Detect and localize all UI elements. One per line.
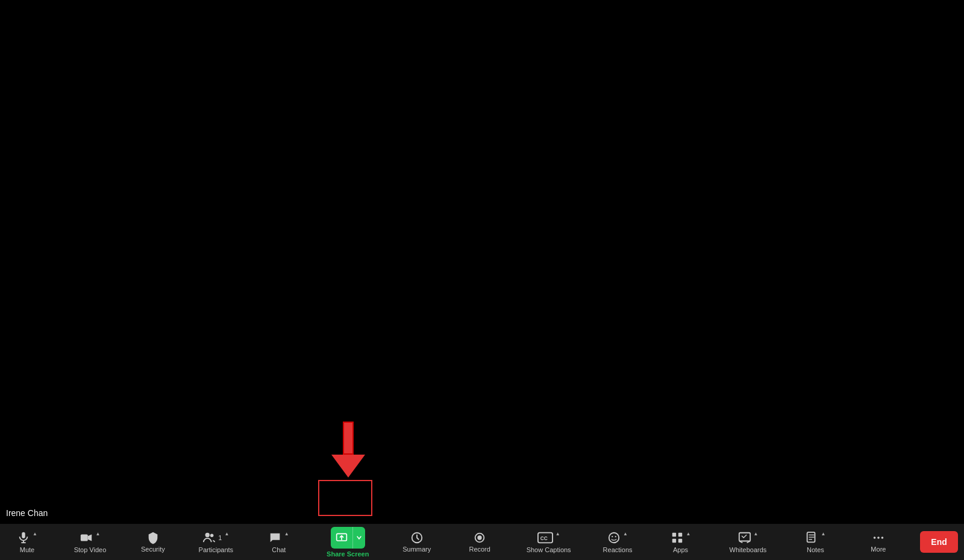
svg-rect-15 <box>672 533 675 537</box>
svg-point-9 <box>478 535 482 540</box>
meeting-main-area: Irene Chan <box>0 0 964 524</box>
share-screen-main[interactable] <box>331 527 352 549</box>
record-icon <box>473 531 486 544</box>
share-screen-icon <box>336 532 348 544</box>
summary-button[interactable]: Summary <box>396 524 438 560</box>
mute-button[interactable]: ▲ Mute <box>6 524 48 560</box>
security-button[interactable]: Security <box>132 524 174 560</box>
record-button[interactable]: Record <box>459 524 501 560</box>
summary-icon <box>410 531 424 544</box>
svg-point-27 <box>877 537 880 539</box>
svg-rect-0 <box>22 532 25 538</box>
meeting-toolbar: ▲ Mute ▲ Stop Video Security <box>0 524 964 560</box>
reactions-button[interactable]: ▲ Reactions <box>596 524 639 560</box>
summary-label: Summary <box>398 546 436 553</box>
svg-point-28 <box>881 537 883 539</box>
participants-caret[interactable]: ▲ <box>224 531 229 537</box>
svg-point-5 <box>210 534 214 538</box>
whiteboards-icon <box>738 531 751 544</box>
annotation-arrow <box>331 422 365 478</box>
reactions-label: Reactions <box>599 546 636 553</box>
svg-rect-3 <box>81 535 88 541</box>
chat-icon <box>269 531 282 544</box>
chat-caret[interactable]: ▲ <box>284 531 289 537</box>
security-icon <box>146 531 160 544</box>
share-screen-button[interactable]: Share Screen <box>321 524 375 560</box>
svg-point-14 <box>615 536 616 537</box>
stop-video-button[interactable]: ▲ Stop Video <box>69 524 111 560</box>
more-icon <box>872 531 885 544</box>
apps-caret[interactable]: ▲ <box>686 531 691 537</box>
share-caret-icon <box>356 535 362 541</box>
participants-icon <box>202 531 216 544</box>
svg-point-26 <box>874 537 876 539</box>
annotation-highlight-box <box>318 480 372 516</box>
captions-icon: CC <box>537 531 553 544</box>
whiteboards-label: Whiteboards <box>725 546 771 553</box>
svg-point-4 <box>205 533 210 537</box>
svg-point-13 <box>612 536 613 537</box>
participants-label: Participants <box>197 546 234 553</box>
chat-button[interactable]: ▲ Chat <box>258 524 300 560</box>
chat-label: Chat <box>260 546 298 553</box>
reactions-icon <box>607 531 621 544</box>
captions-caret[interactable]: ▲ <box>556 531 560 537</box>
notes-label: Notes <box>797 546 834 553</box>
more-button[interactable]: More <box>857 524 900 560</box>
share-screen-label: Share Screen <box>327 550 369 558</box>
stop-video-caret[interactable]: ▲ <box>95 531 100 537</box>
svg-point-12 <box>609 533 619 543</box>
reactions-caret[interactable]: ▲ <box>623 531 628 537</box>
security-label: Security <box>134 546 172 553</box>
show-captions-button[interactable]: CC ▲ Show Captions <box>522 524 576 560</box>
apps-button[interactable]: ▲ Apps <box>660 524 702 560</box>
video-icon <box>80 531 93 544</box>
notes-caret[interactable]: ▲ <box>821 531 825 537</box>
captions-label: Show Captions <box>524 546 574 553</box>
svg-rect-17 <box>672 539 675 543</box>
apps-label: Apps <box>662 546 700 553</box>
svg-text:CC: CC <box>540 535 547 541</box>
participants-badge: 1 <box>218 534 222 541</box>
svg-rect-18 <box>678 539 681 543</box>
record-label: Record <box>461 546 498 553</box>
user-name-label: Irene Chan <box>6 508 48 518</box>
svg-rect-16 <box>678 533 681 537</box>
apps-icon <box>671 531 684 544</box>
mute-caret[interactable]: ▲ <box>33 531 37 537</box>
notes-button[interactable]: ▲ Notes <box>794 524 836 560</box>
stop-video-label: Stop Video <box>71 546 108 553</box>
share-screen-caret[interactable] <box>352 527 365 549</box>
participants-button[interactable]: 1 ▲ Participants <box>195 524 237 560</box>
whiteboards-caret[interactable]: ▲ <box>754 531 759 537</box>
whiteboards-button[interactable]: ▲ Whiteboards <box>722 524 774 560</box>
mute-label: Mute <box>8 546 46 553</box>
end-button[interactable]: End <box>920 531 957 553</box>
mic-icon <box>17 531 30 544</box>
more-label: More <box>860 546 897 553</box>
notes-icon <box>805 531 818 544</box>
